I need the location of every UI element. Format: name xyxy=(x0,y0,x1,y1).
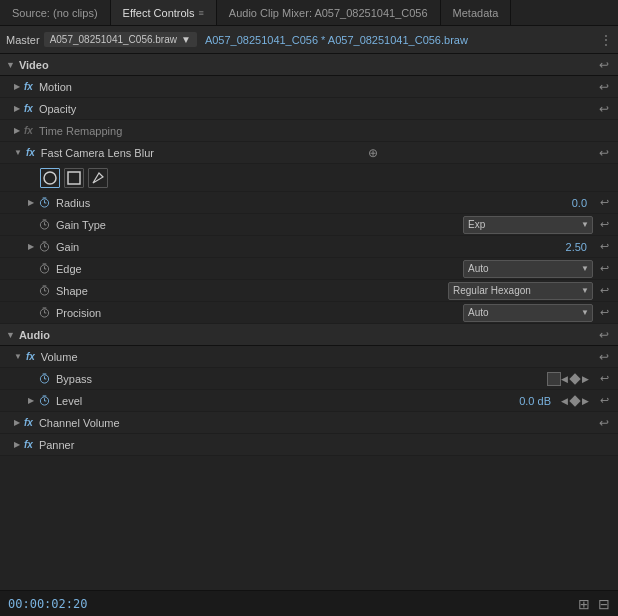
param-row-gain-type: ▶ Gain Type Exp Linear ▼ ↩ xyxy=(0,214,618,236)
opacity-label: Opacity xyxy=(39,103,76,115)
param-row-shape: ▶ Shape Regular Hexagon Circle Square ▼ … xyxy=(0,280,618,302)
video-section-header[interactable]: ▼ Video ↩ xyxy=(0,54,618,76)
footer-icons: ⊞ ⊟ xyxy=(578,596,610,612)
audio-section-label: Audio xyxy=(19,329,50,341)
motion-fx-badge: fx xyxy=(24,81,33,92)
level-label: Level xyxy=(56,395,519,407)
motion-reset-btn[interactable]: ↩ xyxy=(596,80,612,94)
gain-value[interactable]: 2.50 xyxy=(566,241,587,253)
gain-stopwatch-icon[interactable] xyxy=(38,240,51,253)
level-prev-keyframe-btn[interactable]: ◀ xyxy=(561,396,568,406)
channel-volume-fx-badge: fx xyxy=(24,417,33,428)
radius-stopwatch-icon[interactable] xyxy=(38,196,51,209)
gain-type-label: Gain Type xyxy=(56,219,463,231)
opacity-fx-badge: fx xyxy=(24,103,33,114)
procision-stopwatch-icon[interactable] xyxy=(38,306,51,319)
shape-pen-btn[interactable] xyxy=(88,168,108,188)
rect-icon xyxy=(67,171,81,185)
effect-volume[interactable]: ▼ fx Volume ↩ xyxy=(0,346,618,368)
opacity-reset-btn[interactable]: ↩ xyxy=(596,102,612,116)
level-chevron-icon[interactable]: ▶ xyxy=(28,396,34,405)
fclb-add-keyframe-btn[interactable]: ⊕ xyxy=(365,146,381,160)
tab-metadata[interactable]: Metadata xyxy=(441,0,512,25)
edge-dropdown-wrapper[interactable]: Auto Clamp Reflect ▼ xyxy=(463,260,593,278)
effect-time-remapping[interactable]: ▶ fx Time Remapping xyxy=(0,120,618,142)
procision-select[interactable]: Auto Low Medium High xyxy=(463,304,593,322)
level-next-keyframe-btn[interactable]: ▶ xyxy=(582,396,589,406)
main-content: ▼ Video ↩ ▶ fx Motion ↩ ▶ fx Opacity ↩ ▶… xyxy=(0,54,618,590)
edge-select[interactable]: Auto Clamp Reflect xyxy=(463,260,593,278)
level-add-keyframe-btn[interactable] xyxy=(569,395,580,406)
video-section-reset[interactable]: ↩ xyxy=(596,58,612,72)
shape-reset-btn[interactable]: ↩ xyxy=(597,284,612,297)
bypass-next-keyframe-btn[interactable]: ▶ xyxy=(582,374,589,384)
shape-dropdown-wrapper[interactable]: Regular Hexagon Circle Square ▼ xyxy=(448,282,593,300)
gain-reset-btn[interactable]: ↩ xyxy=(597,240,612,253)
procision-reset-btn[interactable]: ↩ xyxy=(597,306,612,319)
footer: 00:00:02:20 ⊞ ⊟ xyxy=(0,590,618,616)
shape-stopwatch-icon[interactable] xyxy=(38,284,51,297)
effect-motion[interactable]: ▶ fx Motion ↩ xyxy=(0,76,618,98)
volume-reset-btn[interactable]: ↩ xyxy=(596,350,612,364)
level-reset-btn[interactable]: ↩ xyxy=(597,394,612,407)
video-section-chevron: ▼ xyxy=(6,60,15,70)
master-dropdown[interactable]: A057_08251041_C056.braw ▼ xyxy=(44,32,197,47)
volume-fx-badge: fx xyxy=(26,351,35,362)
edge-reset-btn[interactable]: ↩ xyxy=(597,262,612,275)
audio-section-chevron: ▼ xyxy=(6,330,15,340)
master-label: Master xyxy=(6,34,40,46)
panel-settings-icon[interactable]: ⋮ xyxy=(600,33,612,47)
gain-type-reset-btn[interactable]: ↩ xyxy=(597,218,612,231)
param-row-procision: ▶ Procision Auto Low Medium High ▼ ↩ xyxy=(0,302,618,324)
footer-settings-btn[interactable]: ⊟ xyxy=(598,596,610,612)
effect-panner[interactable]: ▶ fx Panner xyxy=(0,434,618,456)
timecode: 00:00:02:20 xyxy=(8,597,87,611)
audio-section-reset[interactable]: ↩ xyxy=(596,328,612,342)
shape-rect-btn[interactable] xyxy=(64,168,84,188)
tab-bar: Source: (no clips) Effect Controls ≡ Aud… xyxy=(0,0,618,26)
tab-menu-icon[interactable]: ≡ xyxy=(199,8,204,18)
svg-point-0 xyxy=(44,172,56,184)
fclb-fx-badge: fx xyxy=(26,147,35,158)
fclb-chevron-icon: ▼ xyxy=(14,148,22,157)
channel-volume-label: Channel Volume xyxy=(39,417,120,429)
shape-select[interactable]: Regular Hexagon Circle Square xyxy=(448,282,593,300)
time-remap-chevron-icon: ▶ xyxy=(14,126,20,135)
edge-stopwatch-icon[interactable] xyxy=(38,262,51,275)
channel-volume-reset-btn[interactable]: ↩ xyxy=(596,416,612,430)
radius-chevron-icon[interactable]: ▶ xyxy=(28,198,34,207)
bypass-add-keyframe-btn[interactable] xyxy=(569,373,580,384)
bypass-reset-btn[interactable]: ↩ xyxy=(597,372,612,385)
shape-label: Shape xyxy=(56,285,448,297)
gain-type-dropdown-wrapper[interactable]: Exp Linear ▼ xyxy=(463,216,593,234)
gain-label: Gain xyxy=(56,241,566,253)
radius-label: Radius xyxy=(56,197,572,209)
bypass-checkbox[interactable] xyxy=(547,372,561,386)
tab-source[interactable]: Source: (no clips) xyxy=(0,0,111,25)
effect-opacity[interactable]: ▶ fx Opacity ↩ xyxy=(0,98,618,120)
param-row-bypass: ▶ Bypass ◀ ▶ ↩ xyxy=(0,368,618,390)
active-clip-link[interactable]: A057_08251041_C056 * A057_08251041_C056.… xyxy=(205,34,468,46)
fclb-reset-btn[interactable]: ↩ xyxy=(596,146,612,160)
gain-type-stopwatch-icon[interactable] xyxy=(38,218,51,231)
bypass-prev-keyframe-btn[interactable]: ◀ xyxy=(561,374,568,384)
level-value[interactable]: 0.0 dB xyxy=(519,395,551,407)
shape-tools-row xyxy=(0,164,618,192)
procision-dropdown-wrapper[interactable]: Auto Low Medium High ▼ xyxy=(463,304,593,322)
footer-pin-btn[interactable]: ⊞ xyxy=(578,596,590,612)
tab-audio-clip-mixer[interactable]: Audio Clip Mixer: A057_08251041_C056 xyxy=(217,0,441,25)
effect-fast-camera-lens-blur[interactable]: ▼ fx Fast Camera Lens Blur ⊕ ↩ xyxy=(0,142,618,164)
video-section-label: Video xyxy=(19,59,49,71)
radius-value[interactable]: 0.0 xyxy=(572,197,587,209)
panner-chevron-icon: ▶ xyxy=(14,440,20,449)
audio-section-header[interactable]: ▼ Audio ↩ xyxy=(0,324,618,346)
radius-reset-btn[interactable]: ↩ xyxy=(597,196,612,209)
bypass-stopwatch-icon[interactable] xyxy=(38,372,51,385)
level-stopwatch-icon[interactable] xyxy=(38,394,51,407)
sub-header: Master A057_08251041_C056.braw ▼ A057_08… xyxy=(0,26,618,54)
effect-channel-volume[interactable]: ▶ fx Channel Volume ↩ xyxy=(0,412,618,434)
gain-type-select[interactable]: Exp Linear xyxy=(463,216,593,234)
gain-chevron-icon[interactable]: ▶ xyxy=(28,242,34,251)
tab-effect-controls[interactable]: Effect Controls ≡ xyxy=(111,0,217,25)
shape-ellipse-btn[interactable] xyxy=(40,168,60,188)
